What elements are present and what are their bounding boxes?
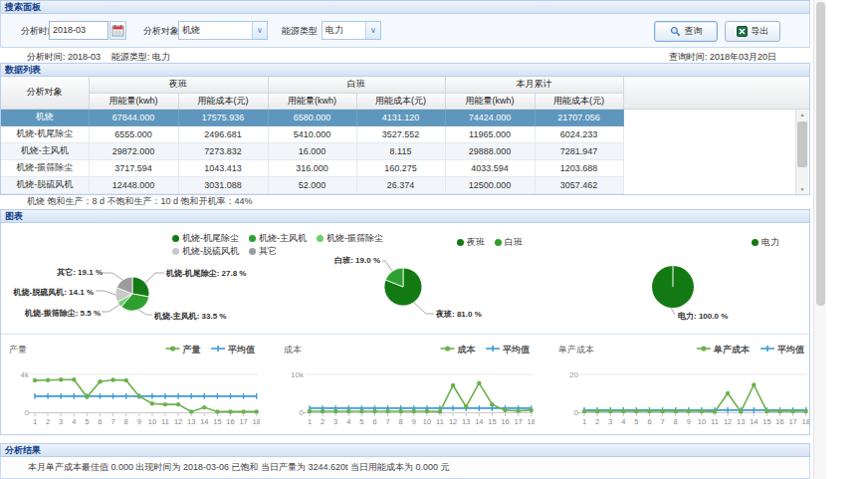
svg-text:9: 9 [137,417,141,426]
legend-dot-icon [457,239,464,246]
excel-icon [737,26,748,37]
legend-item[interactable]: 白班 [495,236,523,249]
svg-text:17: 17 [239,417,247,426]
chevron-down-icon[interactable]: ∨ [365,22,380,39]
svg-text:4k: 4k [21,370,30,379]
scroll-up-icon[interactable]: ▲ [796,110,808,120]
data-table: 分析对象 夜班 白班 本月累计 用能量(kwh) 用能成本(元) 用能量(kwh… [0,77,810,195]
legend-dot-icon [495,239,502,246]
table-scrollbar[interactable]: ▲ ▼ [795,110,808,194]
svg-text:18: 18 [528,417,535,426]
query-summary: 分析时间: 2018-03 能源类型: 电力 查询时间: 2018年03月20日 [0,48,810,63]
svg-text:12: 12 [449,417,457,426]
col-header-energy[interactable]: 用能量(kwh) [89,93,178,109]
svg-text:17: 17 [514,417,522,426]
analysis-time-value: 2018-03 [53,25,86,35]
svg-text:18: 18 [253,417,260,426]
analysis-result-header: 分析结果 [0,443,810,457]
svg-text:成本: 成本 [457,345,477,355]
query-button[interactable]: 查询 [654,21,718,42]
legend-item[interactable]: 机烧-机尾除尘 [172,232,239,245]
svg-text:10k: 10k [291,370,305,379]
svg-text:11: 11 [436,417,444,426]
svg-text:14: 14 [475,417,483,426]
search-icon [670,26,681,37]
col-header-object[interactable]: 分析对象 [1,77,89,109]
pie-label: 机烧-振筛除尘: 5.5 % [6,308,101,319]
svg-text:20: 20 [569,370,578,379]
data-list-header: 数据列表 [0,63,810,77]
col-header-energy[interactable]: 用能量(kwh) [445,93,535,109]
svg-text:13: 13 [462,417,470,426]
scroll-down-icon[interactable]: ▼ [796,184,808,194]
page-scrollbar-thumb[interactable] [816,2,825,306]
svg-text:14: 14 [200,417,208,426]
legend-item[interactable]: 机烧-振筛除尘 [317,232,383,245]
col-group-night[interactable]: 夜班 [89,77,268,93]
calendar-icon[interactable] [109,21,126,40]
col-header-energy[interactable]: 用能量(kwh) [268,93,356,109]
svg-text:5: 5 [359,417,363,426]
legend-item[interactable]: 夜班 [457,236,485,249]
page-scrollbar[interactable] [813,0,826,479]
svg-text:10: 10 [423,417,431,426]
summary-energy-type: 能源类型: 电力 [111,51,170,64]
summary-query-time: 查询时间: 2018年03月20日 [669,51,776,64]
legend-dot-icon [249,248,256,255]
col-header-cost[interactable]: 用能成本(元) [356,93,445,109]
summary-analysis-time: 分析时间: 2018-03 [27,51,101,64]
cost-line-chart: 成本成本平均值10k0123456789101112131415161718 [284,339,535,434]
svg-text:12: 12 [174,417,182,426]
legend-dot-icon [249,235,256,242]
search-panel-title: 搜索面板 [5,2,41,12]
pie-charts-row: 机烧-机尾除尘机烧-主风机机烧-振筛除尘机烧-脱硫风机其它 夜班白班 电力 其它… [1,223,809,335]
energy-type-label: 能源类型 [282,25,318,38]
legend-dot-icon [317,235,324,242]
svg-text:16: 16 [775,417,783,426]
svg-text:3: 3 [608,417,612,426]
calendar-icon-glyph [111,24,124,37]
svg-text:10: 10 [148,417,156,426]
legend-item[interactable]: 机烧-主风机 [249,232,307,245]
chevron-down-icon[interactable]: ∨ [252,22,267,39]
analysis-object-select[interactable]: 机烧 ∨ [178,21,268,40]
production-line-chart: 产量产量平均值4k0123456789101112131415161718 [9,339,260,434]
svg-text:1: 1 [308,417,312,426]
export-button[interactable]: 导出 [725,21,780,42]
legend-dot-icon [172,235,179,242]
col-header-cost[interactable]: 用能成本(元) [178,93,268,109]
col-group-day[interactable]: 白班 [268,77,445,93]
svg-text:0: 0 [574,408,579,417]
svg-text:1: 1 [33,417,37,426]
pie2-legend: 夜班白班 [457,236,533,249]
svg-text:8: 8 [399,417,403,426]
svg-text:14: 14 [750,417,758,426]
pie-label: 夜班: 81.0 % [436,309,482,320]
analysis-time-input[interactable]: 2018-03 [49,21,108,40]
table-scrollbar-thumb[interactable] [797,121,807,167]
col-header-cost[interactable]: 用能成本(元) [535,93,623,109]
charts-panel-title: 图表 [5,211,23,221]
svg-text:7: 7 [661,417,665,426]
table-filler [623,109,809,193]
legend-item[interactable]: 电力 [752,236,779,249]
legend-item[interactable]: 其它 [249,245,277,258]
legend-item[interactable]: 机烧-脱硫风机 [172,245,239,258]
svg-text:9: 9 [412,417,416,426]
svg-text:5: 5 [85,417,89,426]
col-header-filler [623,77,809,109]
table-row-selected[interactable]: 机烧67844.000 17575.9366580.000 4131.12074… [1,109,809,125]
analysis-object-value: 机烧 [179,22,252,39]
svg-text:7: 7 [386,417,390,426]
col-group-month[interactable]: 本月累计 [445,77,623,93]
svg-text:7: 7 [111,417,115,426]
energy-type-select[interactable]: 电力 ∨ [322,21,381,40]
charts-panel-header: 图表 [0,209,810,223]
search-form: 分析时间 2018-03 分析对象 机烧 ∨ 能源类型 电力 ∨ [0,14,810,48]
data-list-title: 数据列表 [5,65,41,75]
svg-text:9: 9 [687,417,691,426]
production-note: 机烧 饱和生产：8 d 不饱和生产：10 d 饱和开机率：44% [0,195,810,209]
svg-text:4: 4 [346,417,350,426]
svg-text:单产成本: 单产成本 [558,345,594,355]
pie-label: 机烧-脱硫风机: 14.1 % [1,287,94,298]
